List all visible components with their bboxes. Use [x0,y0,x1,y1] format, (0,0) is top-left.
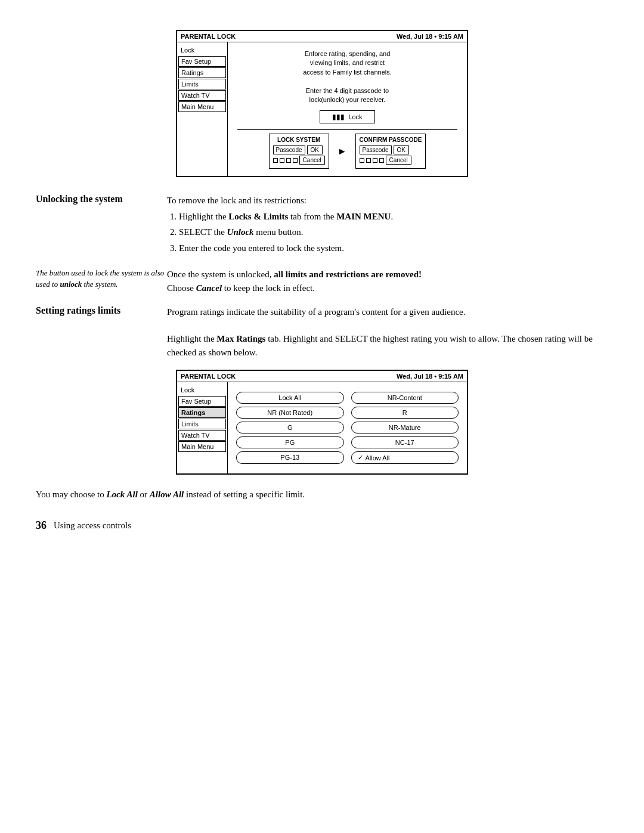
lock-passcode-row: Passcode OK [273,145,325,154]
dialog-body-bottom: Lock Fav Setup Ratings Limits Watch TV M… [177,382,467,473]
footer-text: Using access controls [54,521,131,531]
passcode-dot-3 [286,158,291,163]
sidebar-item-lock-bottom[interactable]: Lock [177,385,227,395]
side-note-row: The button used to lock the system is al… [36,268,608,295]
rating-pg13[interactable]: PG-13 [236,451,344,464]
sidebar-item-mainmenu-bottom[interactable]: Main Menu [178,441,226,452]
passcode-dot-4 [293,158,298,163]
dialog-datetime-top: Wed, Jul 18 • 9:15 AM [397,33,463,40]
lock-ok-button[interactable]: OK [307,145,323,154]
dialog-datetime-bottom: Wed, Jul 18 • 9:15 AM [397,373,463,380]
step-3: Enter the code you entered to lock the s… [179,241,608,255]
lock-cancel-button[interactable]: Cancel [299,156,325,165]
ratings-intro: Program ratings indicate the suitability… [167,305,608,319]
unlocked-note: Once the system is unlocked, all limits … [167,268,608,295]
sidebar-item-lock-top[interactable]: Lock [177,45,227,55]
passcode-dot-1 [273,158,278,163]
checkmark-icon: ✓ [358,454,363,462]
unlocking-steps: Highlight the Locks & Limits tab from th… [179,210,608,255]
dialog-title-bottom: PARENTAL LOCK [181,373,236,380]
rating-nc17[interactable]: NC-17 [351,436,459,448]
unlocking-label: Unlocking the system [36,194,167,205]
confirm-dot-1 [360,158,364,163]
sidebar-item-favsetup-bottom[interactable]: Fav Setup [178,396,226,407]
lock-dots-row: Cancel [273,156,325,165]
rating-pg[interactable]: PG [236,436,344,448]
parental-lock-dialog-bottom: PARENTAL LOCK Wed, Jul 18 • 9:15 AM Lock… [176,370,468,475]
rating-g[interactable]: G [236,422,344,433]
unlocked-note-2: Choose Cancel to keep the lock in effect… [167,281,608,295]
dialog-header-top: PARENTAL LOCK Wed, Jul 18 • 9:15 AM [177,31,467,42]
page-number: 36 [36,519,47,532]
ratings-grid: Lock All NR-Content NR (Not Rated) R G N… [236,388,459,467]
ratings-content: Program ratings indicate the suitability… [167,305,608,359]
sidebar-item-watchtv-bottom[interactable]: Watch TV [178,430,226,441]
dialog-content-top: Enforce rating, spending, and viewing li… [228,42,467,176]
bottom-screenshot-container: PARENTAL LOCK Wed, Jul 18 • 9:15 AM Lock… [36,370,608,475]
confirm-passcode-section: CONFIRM PASSCODE Passcode OK Cancel [355,134,426,169]
ratings-section: Setting ratings limits Program ratings i… [36,305,608,359]
top-screenshot-container: PARENTAL LOCK Wed, Jul 18 • 9:15 AM Lock… [36,30,608,177]
step-2: SELECT the Unlock menu button. [179,225,608,239]
unlocked-note-1: Once the system is unlocked, all limits … [167,268,608,281]
confirm-ok-button[interactable]: OK [394,145,409,154]
sidebar-top: Lock Fav Setup Ratings Limits Watch TV M… [177,42,228,176]
dialog-body-top: Lock Fav Setup Ratings Limits Watch TV M… [177,42,467,176]
unlocking-intro: To remove the lock and its restrictions: [167,194,608,208]
rating-nr-content[interactable]: NR-Content [351,392,459,404]
rating-allow-all[interactable]: ✓ Allow All [351,451,459,464]
ratings-panel: Lock All NR-Content NR (Not Rated) R G N… [228,382,467,473]
allow-all-label: Allow All [366,454,390,462]
sidebar-item-ratings-bottom-active[interactable]: Ratings [178,407,226,418]
confirm-passcode-row: Passcode OK [360,145,422,154]
page-footer: 36 Using access controls [36,519,608,532]
unlocking-content: To remove the lock and its restrictions:… [167,194,608,257]
ratings-instruction: Highlight the Max Ratings tab. Highlight… [167,332,608,359]
sidebar-item-watchtv-top[interactable]: Watch TV [178,90,226,101]
arrow-indicator: ► [335,134,349,169]
confirm-cancel-button[interactable]: Cancel [386,156,411,165]
sidebar-item-ratings-top[interactable]: Ratings [178,67,226,78]
side-note: The button used to lock the system is al… [36,268,167,289]
sidebar-item-mainmenu-top[interactable]: Main Menu [178,101,226,112]
dialog-title-top: PARENTAL LOCK [181,33,236,40]
confirm-dot-2 [366,158,371,163]
sidebar-item-favsetup-top[interactable]: Fav Setup [178,56,226,67]
unlocking-section: Unlocking the system To remove the lock … [36,194,608,257]
dialog-description: Enforce rating, spending, and viewing li… [303,49,392,104]
confirm-dot-3 [373,158,377,163]
confirm-dot-4 [379,158,384,163]
confirm-dots-row: Cancel [360,156,422,165]
rating-lock-all[interactable]: Lock All [236,392,344,404]
rating-nr-mature[interactable]: NR-Mature [351,422,459,433]
dialog-header-bottom: PARENTAL LOCK Wed, Jul 18 • 9:15 AM [177,371,467,382]
ratings-label: Setting ratings limits [36,305,167,316]
step-1: Highlight the Locks & Limits tab from th… [179,210,608,224]
sidebar-item-limits-top[interactable]: Limits [178,79,226,89]
parental-lock-dialog-top: PARENTAL LOCK Wed, Jul 18 • 9:15 AM Lock… [176,30,468,177]
lock-system-section: LOCK SYSTEM Passcode OK Cancel [269,134,329,169]
bottom-note: You may choose to Lock All or Allow All … [36,488,608,501]
sidebar-bottom: Lock Fav Setup Ratings Limits Watch TV M… [177,382,228,473]
passcode-area: LOCK SYSTEM Passcode OK Cancel [237,129,457,169]
rating-r[interactable]: R [351,407,459,419]
sidebar-item-limits-bottom[interactable]: Limits [178,419,226,429]
rating-nr-not-rated[interactable]: NR (Not Rated) [236,407,344,419]
lock-button[interactable]: ▮▮▮ Lock [320,110,374,123]
passcode-dot-2 [280,158,284,163]
lock-icon: ▮▮▮ [332,113,345,121]
